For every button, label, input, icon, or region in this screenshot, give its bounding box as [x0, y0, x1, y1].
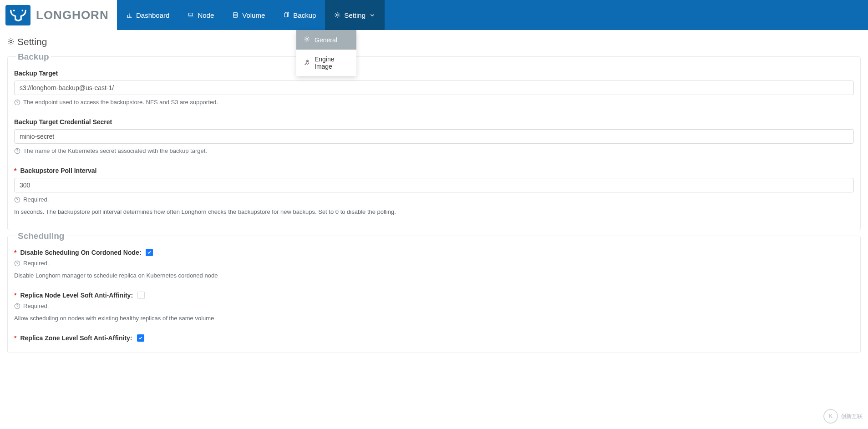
- dropdown-general[interactable]: General: [296, 30, 356, 50]
- nav-setting[interactable]: Setting: [325, 0, 385, 30]
- main-nav: Dashboard Node Volume Backup Setting: [117, 0, 385, 30]
- svg-rect-4: [284, 13, 288, 17]
- scheduling-legend: Scheduling: [16, 231, 66, 241]
- longhorn-logo-icon: [5, 5, 30, 25]
- database-icon: [232, 12, 239, 18]
- svg-point-7: [307, 61, 308, 61]
- backup-target-row: Backup Target The endpoint used to acces…: [14, 70, 854, 106]
- node-anti-affinity-row: * Replica Node Level Soft Anti-Affinity:…: [14, 292, 854, 322]
- nav-volume-label: Volume: [242, 11, 265, 19]
- brand-logo[interactable]: LONGHORN: [0, 0, 117, 30]
- backup-poll-row: * Backupstore Poll Interval Required. In…: [14, 167, 854, 215]
- svg-point-6: [306, 38, 308, 40]
- chevron-down-icon: [369, 12, 376, 18]
- backup-secret-label: Backup Target Credential Secret: [14, 118, 854, 126]
- nav-setting-label: Setting: [344, 11, 365, 19]
- dropdown-engine-image[interactable]: Engine Image: [296, 50, 356, 76]
- setting-dropdown: General Engine Image: [296, 30, 356, 76]
- nav-node-label: Node: [198, 11, 214, 19]
- brand-name: LONGHORN: [36, 8, 109, 22]
- nav-volume[interactable]: Volume: [223, 0, 274, 30]
- node-anti-checkbox[interactable]: [137, 292, 145, 299]
- backup-poll-required-text: Required.: [23, 196, 49, 203]
- nav-node[interactable]: Node: [178, 0, 223, 30]
- svg-point-1: [21, 10, 23, 11]
- top-nav-bar: LONGHORN Dashboard Node Volume Backup: [0, 0, 868, 30]
- required-star: *: [14, 334, 16, 342]
- question-circle-icon: [14, 260, 20, 267]
- node-anti-required-text: Required.: [23, 303, 49, 309]
- settings-content: Backup Backup Target The endpoint used t…: [0, 56, 868, 371]
- dropdown-engine-image-label: Engine Image: [315, 56, 349, 70]
- disable-cordoned-required-text: Required.: [23, 260, 49, 267]
- zone-anti-affinity-row: * Replica Zone Level Soft Anti-Affinity:: [14, 334, 854, 342]
- gear-icon: [304, 36, 310, 44]
- backup-target-label: Backup Target: [14, 70, 854, 77]
- nav-backup-label: Backup: [293, 11, 316, 19]
- disable-cordoned-row: * Disable Scheduling On Cordoned Node: R…: [14, 249, 854, 279]
- backup-secret-help: The name of the Kubernetes secret associ…: [14, 147, 854, 154]
- backup-secret-row: Backup Target Credential Secret The name…: [14, 118, 854, 154]
- backup-poll-desc: In seconds. The backupstore poll interva…: [14, 208, 854, 215]
- required-star: *: [14, 292, 16, 299]
- gear-icon: [334, 12, 340, 18]
- page-title-text: Setting: [17, 36, 47, 47]
- zone-anti-label: Replica Zone Level Soft Anti-Affinity:: [20, 334, 132, 342]
- disable-cordoned-desc: Disable Longhorn manager to schedule rep…: [14, 272, 854, 279]
- zone-anti-checkbox[interactable]: [137, 334, 144, 342]
- laptop-icon: [188, 12, 194, 18]
- backup-poll-input[interactable]: [14, 178, 854, 192]
- dropdown-general-label: General: [315, 36, 337, 44]
- svg-rect-2: [189, 13, 193, 16]
- backup-target-help-text: The endpoint used to access the backupst…: [23, 99, 218, 106]
- backup-secret-help-text: The name of the Kubernetes secret associ…: [23, 147, 207, 154]
- zone-anti-label-row: * Replica Zone Level Soft Anti-Affinity:: [14, 334, 854, 342]
- page-title: Setting: [0, 30, 868, 51]
- nav-dashboard[interactable]: Dashboard: [117, 0, 178, 30]
- node-anti-desc: Allow scheduling on nodes with existing …: [14, 315, 854, 322]
- nav-dashboard-label: Dashboard: [136, 11, 169, 19]
- question-circle-icon: [14, 303, 20, 309]
- backup-secret-input[interactable]: [14, 129, 854, 144]
- disable-cordoned-checkbox[interactable]: [146, 249, 153, 256]
- bar-chart-icon: [126, 12, 132, 18]
- backup-poll-label: * Backupstore Poll Interval: [14, 167, 854, 174]
- disable-cordoned-label-row: * Disable Scheduling On Cordoned Node:: [14, 249, 854, 256]
- question-circle-icon: [14, 99, 20, 106]
- backup-section: Backup Backup Target The endpoint used t…: [7, 56, 861, 230]
- backup-legend: Backup: [16, 52, 51, 62]
- svg-point-5: [336, 14, 338, 16]
- disable-cordoned-label: Disable Scheduling On Cordoned Node:: [20, 249, 141, 256]
- required-star: *: [14, 249, 16, 256]
- question-circle-icon: [14, 148, 20, 154]
- question-circle-icon: [14, 197, 20, 203]
- node-anti-required: Required.: [14, 303, 854, 309]
- backup-poll-required: Required.: [14, 196, 854, 203]
- rocket-icon: [304, 59, 310, 67]
- svg-rect-3: [233, 13, 238, 18]
- required-star: *: [14, 167, 16, 174]
- gear-icon: [7, 36, 15, 47]
- node-anti-label: Replica Node Level Soft Anti-Affinity:: [20, 292, 133, 299]
- svg-point-8: [10, 40, 12, 43]
- backup-target-input[interactable]: [14, 81, 854, 95]
- svg-point-0: [13, 10, 15, 11]
- disable-cordoned-required: Required.: [14, 260, 854, 267]
- node-anti-label-row: * Replica Node Level Soft Anti-Affinity:: [14, 292, 854, 299]
- copy-icon: [283, 12, 289, 18]
- scheduling-section: Scheduling * Disable Scheduling On Cordo…: [7, 236, 861, 353]
- backup-target-help: The endpoint used to access the backupst…: [14, 99, 854, 106]
- nav-backup[interactable]: Backup: [274, 0, 325, 30]
